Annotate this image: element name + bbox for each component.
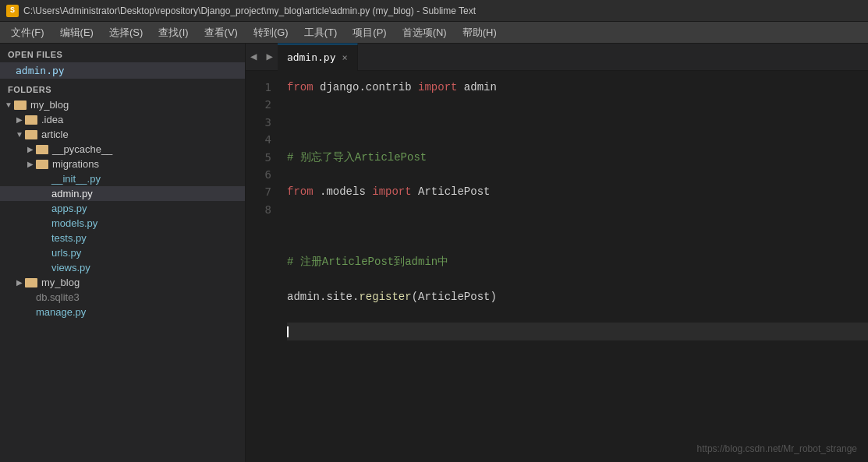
menu-item[interactable]: 查看(V) — [197, 23, 246, 42]
line-numbers: 1 2 3 4 5 6 7 8 — [246, 71, 281, 462]
tab-close-icon[interactable]: × — [342, 52, 348, 63]
tree-folder-myblog2[interactable]: ▶ my_blog — [0, 275, 245, 290]
arrow-icon: ▶ — [25, 145, 36, 153]
menu-item[interactable]: 转到(G) — [246, 23, 296, 42]
tree-file-views[interactable]: views.py — [0, 260, 245, 275]
code-line-4: from .models import ArticlePost — [287, 183, 868, 200]
line-num-7: 7 — [246, 183, 271, 200]
file-label: apps.py — [51, 203, 87, 214]
tree-file-urls[interactable]: urls.py — [0, 245, 245, 260]
folder-label: article — [41, 129, 69, 140]
line-num-1: 1 — [246, 79, 271, 96]
tab-nav-left[interactable]: ◀ — [246, 44, 261, 71]
file-label: views.py — [51, 262, 90, 273]
tree-folder-migrations[interactable]: ▶ migrations — [0, 157, 245, 171]
folder-icon — [36, 160, 48, 169]
menu-item[interactable]: 查找(I) — [151, 23, 196, 42]
tree-file-admin[interactable]: admin.py — [0, 186, 245, 201]
file-label: db.sqlite3 — [36, 291, 80, 303]
arrow-icon: ▼ — [3, 101, 14, 109]
tree-file-db[interactable]: db.sqlite3 — [0, 290, 245, 305]
menu-item[interactable]: 编辑(E) — [52, 23, 101, 42]
tree-folder-idea[interactable]: ▶ .idea — [0, 112, 245, 127]
arrow-icon: ▶ — [14, 278, 25, 287]
folder-icon — [25, 130, 37, 139]
tab-label: admin.py — [287, 51, 336, 63]
code-line-8 — [287, 323, 868, 340]
tree-file-models[interactable]: models.py — [0, 216, 245, 231]
folder-icon — [14, 101, 27, 110]
menu-item[interactable]: 工具(T) — [296, 23, 345, 42]
file-label: __init__.py — [51, 173, 101, 185]
file-label: manage.py — [36, 306, 86, 318]
menu-item[interactable]: 文件(F) — [3, 23, 52, 42]
folder-label: __pycache__ — [52, 143, 112, 155]
code-line-2 — [287, 114, 868, 131]
tree-file-tests[interactable]: tests.py — [0, 231, 245, 245]
tab-bar: ◀ ▶ admin.py × — [246, 44, 868, 71]
code-line-7: admin.site.register(ArticlePost) — [287, 288, 868, 305]
open-file-admin[interactable]: admin.py — [0, 62, 245, 79]
menu-item[interactable]: 帮助(H) — [455, 23, 505, 42]
folder-label: my_blog — [30, 99, 69, 111]
folders-header: FOLDERS — [0, 79, 245, 97]
code-line-1: from django.contrib import admin — [287, 79, 868, 96]
menu-item[interactable]: 首选项(N) — [395, 23, 455, 42]
code-line-5 — [287, 218, 868, 235]
open-files-header: OPEN FILES — [0, 44, 245, 62]
code-content[interactable]: from django.contrib import admin # 别忘了导入… — [281, 71, 868, 462]
line-num-4: 4 — [246, 131, 271, 148]
line-num-5: 5 — [246, 149, 271, 166]
arrow-icon: ▶ — [25, 160, 36, 168]
sidebar: OPEN FILES admin.py FOLDERS ▼ my_blog ▶ … — [0, 44, 246, 462]
folder-icon — [36, 145, 48, 154]
main-container: OPEN FILES admin.py FOLDERS ▼ my_blog ▶ … — [0, 44, 868, 462]
tree-file-init[interactable]: __init__.py — [0, 171, 245, 186]
watermark: https://blog.csdn.net/Mr_robot_strange — [697, 443, 857, 454]
line-num-8: 8 — [246, 201, 271, 218]
code-editor[interactable]: 1 2 3 4 5 6 7 8 from django.contrib impo… — [246, 71, 868, 462]
title-text: C:\Users\Administrator\Desktop\repositor… — [23, 5, 476, 16]
menu-item[interactable]: 项目(P) — [345, 23, 394, 42]
file-label: admin.py — [51, 188, 93, 199]
folder-label: my_blog — [41, 277, 80, 288]
app-icon: S — [6, 5, 19, 17]
tree-folder-myblog[interactable]: ▼ my_blog — [0, 97, 245, 112]
file-label: models.py — [51, 217, 97, 229]
menu-bar: 文件(F)编辑(E)选择(S)查找(I)查看(V)转到(G)工具(T)项目(P)… — [0, 22, 868, 44]
folder-label: migrations — [52, 158, 99, 170]
code-line-3: # 别忘了导入ArticlePost — [287, 149, 868, 166]
title-bar: S C:\Users\Administrator\Desktop\reposit… — [0, 0, 868, 22]
editor-area: ◀ ▶ admin.py × 1 2 3 4 5 6 7 8 from djan… — [246, 44, 868, 462]
tab-admin-py[interactable]: admin.py × — [278, 44, 358, 71]
line-num-3: 3 — [246, 114, 271, 131]
arrow-icon: ▼ — [14, 130, 25, 139]
folder-icon — [25, 278, 37, 287]
file-label: tests.py — [51, 232, 87, 244]
folder-label: .idea — [41, 114, 63, 125]
tree-file-apps[interactable]: apps.py — [0, 201, 245, 216]
tree-file-manage[interactable]: manage.py — [0, 305, 245, 319]
arrow-icon: ▶ — [14, 115, 25, 124]
line-num-6: 6 — [246, 166, 271, 183]
line-num-2: 2 — [246, 96, 271, 113]
tab-nav-right[interactable]: ▶ — [261, 44, 277, 71]
tree-folder-article[interactable]: ▼ article — [0, 127, 245, 142]
tree-folder-pycache[interactable]: ▶ __pycache__ — [0, 142, 245, 157]
file-label: urls.py — [51, 247, 81, 259]
menu-item[interactable]: 选择(S) — [101, 23, 151, 42]
folder-icon — [25, 115, 37, 125]
code-line-6: # 注册ArticlePost到admin中 — [287, 253, 868, 270]
